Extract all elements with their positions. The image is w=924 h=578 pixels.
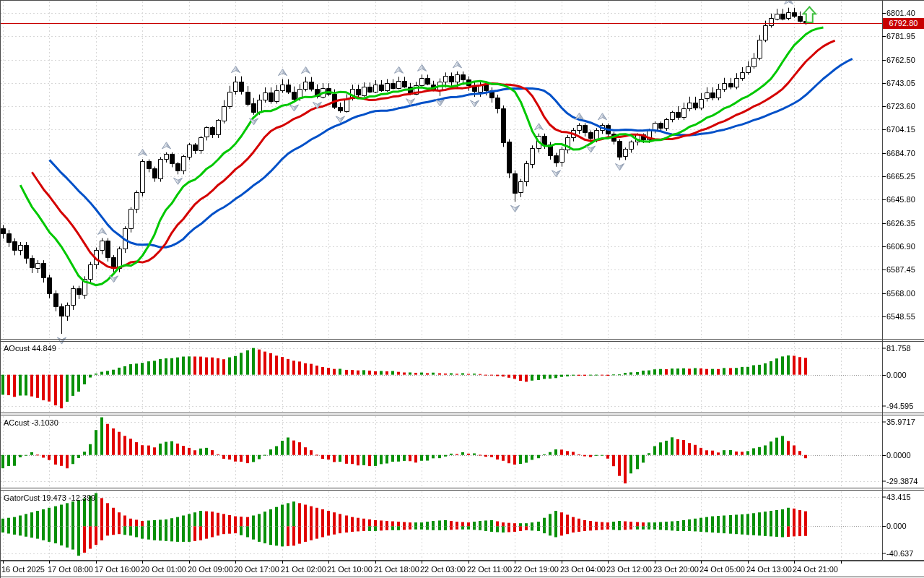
chart-canvas[interactable] — [0, 0, 924, 578]
trading-chart-window: AOcust 44.849 ACcust -3.1030 GatorCust 1… — [0, 0, 924, 578]
